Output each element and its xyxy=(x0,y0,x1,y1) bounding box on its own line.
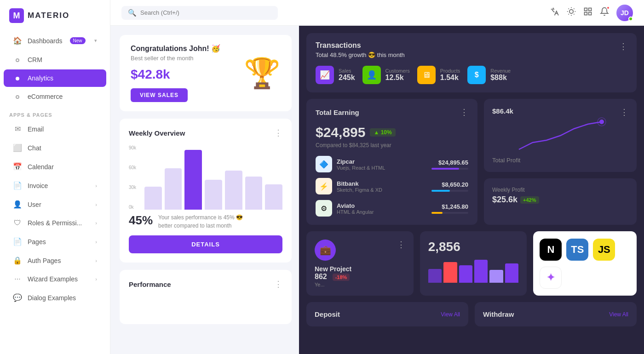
weekly-overview-header: Weekly Overview ⋮ xyxy=(129,128,282,138)
dashboard-content: Congratulations John! 🥳 Best seller of t… xyxy=(110,26,644,354)
dashboards-badge: New xyxy=(70,37,86,44)
sidebar-item-dialog[interactable]: 💬 Dialog Examples xyxy=(4,289,106,307)
search-bar[interactable]: 🔍 xyxy=(121,6,278,20)
performance-chart-placeholder xyxy=(129,297,282,315)
earning-amount: $24,895 ▲ 10% xyxy=(316,125,468,140)
invoice-icon: 📄 xyxy=(13,181,22,190)
zipcar-sub: Vuejs, React & HTML xyxy=(337,165,385,171)
pages-label: Pages xyxy=(28,238,46,246)
customers-value: 12.5k xyxy=(385,74,410,82)
aviato-name: Aviato xyxy=(337,202,374,209)
new-project-name: New Project xyxy=(315,265,405,273)
home-icon: 🏠 xyxy=(13,36,22,45)
congrats-subtitle: Best seller of the month xyxy=(131,55,220,62)
congrats-card: Congratulations John! 🥳 Best seller of t… xyxy=(120,35,292,111)
bar-4 xyxy=(205,180,222,210)
performance-menu-icon[interactable]: ⋮ xyxy=(274,279,282,289)
sales-icon: 📈 xyxy=(316,66,334,84)
zipcar-progress-fill xyxy=(431,168,459,170)
sidebar-item-crm[interactable]: CRM xyxy=(4,51,106,69)
customers-icon: 👤 xyxy=(362,66,381,84)
sidebar-item-invoice[interactable]: 📄 Invoice › xyxy=(4,177,106,194)
congrats-content: Congratulations John! 🥳 Best seller of t… xyxy=(131,44,220,102)
svg-line-7 xyxy=(569,14,569,14)
new-project-menu-icon[interactable]: ⋮ xyxy=(397,240,405,250)
search-icon: 🔍 xyxy=(128,9,137,17)
sidebar-item-user[interactable]: 👤 User › xyxy=(4,195,106,213)
avatar[interactable]: JD xyxy=(616,5,633,21)
new-project-icon: 💼 xyxy=(315,240,336,261)
details-button[interactable]: DETAILS xyxy=(129,235,282,253)
main-area: 🔍 xyxy=(110,0,644,354)
mini-bar-2 xyxy=(443,262,457,283)
sidebar-item-roles[interactable]: 🛡 Roles & Permissi... › xyxy=(4,214,106,232)
sidebar-item-ecommerce[interactable]: eCommerce xyxy=(4,88,106,105)
brightness-icon[interactable] xyxy=(567,7,576,18)
svg-rect-11 xyxy=(585,12,587,15)
revenue-icon: $ xyxy=(467,66,486,84)
chevron-down-icon: ▾ xyxy=(94,38,97,44)
sidebar-item-analytics[interactable]: Analytics xyxy=(4,69,106,87)
mini-bar-1 xyxy=(428,269,442,283)
earning-menu-icon[interactable]: ⋮ xyxy=(460,107,468,117)
sidebar-item-dashboards[interactable]: 🏠 Dashboards New ▾ xyxy=(4,32,106,50)
aviato-company: ⚙ Aviato HTML & Angular xyxy=(316,200,374,217)
left-panel: Congratulations John! 🥳 Best seller of t… xyxy=(110,26,299,354)
sidebar-logo: M MATERIO xyxy=(0,0,110,31)
stat-products: 🖥 Products 1.54k xyxy=(417,66,460,84)
bitbank-name: Bitbank xyxy=(337,180,382,187)
sidebar-item-email[interactable]: ✉ Email xyxy=(4,120,106,138)
ecommerce-label: eCommerce xyxy=(28,93,63,100)
sidebar-item-chat[interactable]: ⬜ Chat xyxy=(4,139,106,157)
tech-figma-icon: ✦ xyxy=(540,267,562,289)
number-widget-value: 2,856 xyxy=(428,240,519,254)
view-sales-button[interactable]: VIEW SALES xyxy=(131,88,188,102)
number-widget-card: 2,856 xyxy=(420,231,527,296)
withdraw-view-all[interactable]: View All xyxy=(609,311,628,318)
weekly-footer: 45% Your sales performance is 45% 😎 bett… xyxy=(129,213,282,230)
svg-rect-12 xyxy=(589,12,592,15)
roles-label: Roles & Permissi... xyxy=(28,219,82,227)
deposit-title: Deposit xyxy=(315,310,340,318)
weekly-description: Your sales performance is 45% 😎 better c… xyxy=(158,213,250,230)
mini-bar-3 xyxy=(459,265,472,283)
translate-icon[interactable] xyxy=(550,7,559,18)
bar-1 xyxy=(144,187,162,210)
aviato-amount: $1,245.80 xyxy=(431,203,468,210)
earning-row-zipcar: 🔷 Zipcar Vuejs, React & HTML $24,895.65 xyxy=(316,156,468,172)
performance-card: Performance ⋮ xyxy=(120,270,292,324)
apps-pages-section-label: APPS & PAGES xyxy=(0,106,110,120)
bar-2 xyxy=(165,168,182,210)
bitbank-progress-fill xyxy=(431,190,450,192)
search-input[interactable] xyxy=(140,9,271,16)
aviato-sub: HTML & Angular xyxy=(337,209,374,215)
grid-icon[interactable] xyxy=(583,7,592,18)
svg-line-4 xyxy=(574,14,574,14)
performance-title: Performance xyxy=(129,280,171,288)
bitbank-progress-container xyxy=(431,190,468,192)
weekly-profit-amount: $25.6k xyxy=(492,195,518,205)
total-profit-menu-icon[interactable]: ⋮ xyxy=(620,107,628,117)
wizard-icon: ··· xyxy=(13,275,22,283)
sidebar-item-wizard[interactable]: ··· Wizard Examples › xyxy=(4,270,106,288)
sidebar-item-calendar[interactable]: 📅 Calendar xyxy=(4,158,106,176)
bar-6 xyxy=(245,177,263,210)
svg-point-13 xyxy=(599,120,604,124)
weekly-overview-menu-icon[interactable]: ⋮ xyxy=(274,128,282,138)
sidebar-item-pages[interactable]: 📄 Pages › xyxy=(4,233,106,251)
earning-row-aviato: ⚙ Aviato HTML & Angular $1,245.80 xyxy=(316,200,468,217)
project-badge: -18% xyxy=(333,274,350,281)
logo-text: MATERIO xyxy=(28,11,69,20)
bell-icon[interactable] xyxy=(600,7,609,18)
transactions-menu-icon[interactable]: ⋮ xyxy=(619,41,627,51)
congrats-amount: $42.8k xyxy=(131,67,220,82)
profit-cards-stack: $86.4k ⋮ Total Profit Weekly Pro xyxy=(484,99,637,225)
user-icon: 👤 xyxy=(13,200,22,209)
deposit-view-all[interactable]: View All xyxy=(441,311,460,318)
sidebar-item-auth[interactable]: 🔒 Auth Pages › xyxy=(4,251,106,269)
zipcar-name: Zipcar xyxy=(337,158,385,165)
customers-label: Customers xyxy=(385,68,410,74)
earning-compare: Compared to $84,325 last year xyxy=(316,142,468,148)
tech-next-icon: N xyxy=(540,239,562,261)
bar-3 xyxy=(184,150,202,210)
